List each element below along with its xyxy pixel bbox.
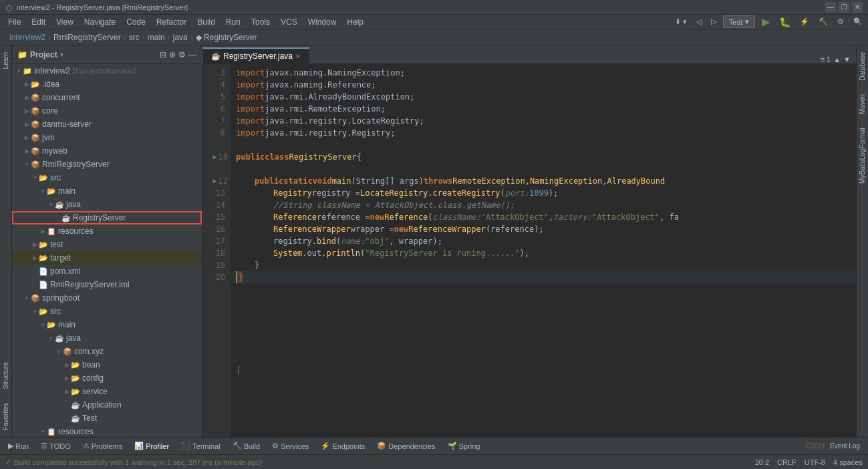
menu-tools[interactable]: Tools xyxy=(246,16,275,28)
tree-item-src2[interactable]: ▾ 📂 src xyxy=(12,305,202,318)
tree-item-java2[interactable]: ▾ ☕ java xyxy=(12,331,202,345)
menu-edit[interactable]: Edit xyxy=(26,16,51,28)
myweb-icon: 📦 xyxy=(31,147,40,156)
run-tab-label: Run xyxy=(15,442,29,450)
maven-tab[interactable]: Maven xyxy=(857,88,867,121)
tree-item-main[interactable]: ▾ 📂 main xyxy=(12,184,202,198)
spring-tab-icon: 🌱 xyxy=(448,442,457,450)
tree-item-concurrent[interactable]: ▶ 📦 concurrent xyxy=(12,91,202,104)
tree-item-springboot[interactable]: ▾ 📦 springboot xyxy=(12,291,202,305)
kw-static-12: static xyxy=(283,175,312,187)
tree-arrow-java: ▾ xyxy=(47,201,55,208)
tree-item-target[interactable]: ▶ 📂 target xyxy=(12,251,202,265)
sidebar-collapse-all[interactable]: ⊟ xyxy=(160,50,166,59)
tree-item-bean[interactable]: ▶ 📂 bean xyxy=(12,358,202,371)
tree-item-resources[interactable]: ▶ 📋 resources xyxy=(12,224,202,238)
breadcrumb-file[interactable]: ◆ RegistryServer xyxy=(196,33,257,42)
tab-registryserver[interactable]: ☕ RegistryServer.java ✕ xyxy=(202,47,309,63)
learn-tab[interactable]: Learn xyxy=(1,45,11,76)
code-editor[interactable]: import javax.naming.NamingException; imp… xyxy=(231,64,856,437)
bottom-tab-spring[interactable]: 🌱 Spring xyxy=(442,440,486,452)
tree-item-comxyz[interactable]: ▾ 📦 com.xyz xyxy=(12,345,202,358)
bottom-tab-endpoints[interactable]: ⚡ Endpoints xyxy=(315,440,370,452)
breadcrumb-java[interactable]: java xyxy=(173,33,188,42)
maximize-button[interactable]: ❐ xyxy=(839,2,849,13)
tree-item-service[interactable]: ▶ 📂 service xyxy=(12,385,202,398)
menu-refactor[interactable]: Refactor xyxy=(151,16,192,28)
scroll-up-btn[interactable]: ▲ xyxy=(833,55,841,63)
bottom-tab-services[interactable]: ⚙ Services xyxy=(267,440,314,452)
database-tab[interactable]: Database xyxy=(857,45,867,88)
menu-file[interactable]: File xyxy=(3,16,26,28)
menu-vcs[interactable]: VCS xyxy=(275,16,303,28)
indent-info[interactable]: 4 spaces xyxy=(833,458,863,466)
tree-item-idea[interactable]: ▶ 📂 .idea xyxy=(12,77,202,91)
line-ending[interactable]: CRLF xyxy=(777,458,797,466)
structure-tab[interactable]: Structure xyxy=(1,355,11,396)
tree-item-testclass[interactable]: ☕ Test xyxy=(12,412,202,425)
back-button[interactable]: ◁ xyxy=(694,16,704,27)
debug-button[interactable]: 🐛 xyxy=(776,15,793,29)
menu-code[interactable]: Code xyxy=(121,16,151,28)
tree-item-jvm[interactable]: ▶ 📦 jvm xyxy=(12,131,202,144)
sidebar-close[interactable]: — xyxy=(188,50,196,59)
menu-build[interactable]: Build xyxy=(192,16,221,28)
tree-item-rmi[interactable]: ▾ 📦 RmiRegistryServer xyxy=(12,158,202,171)
run-coverage-button[interactable]: ⚡ xyxy=(797,16,812,27)
build-button[interactable]: 🔨 xyxy=(816,16,831,27)
breadcrumb-src[interactable]: src xyxy=(129,33,140,42)
menu-view[interactable]: View xyxy=(51,16,79,28)
cursor-area[interactable]: | xyxy=(231,283,856,437)
bottom-tab-problems[interactable]: ⚠ Problems xyxy=(78,440,128,452)
tree-item-registryserver[interactable]: ☕ RegistryServer xyxy=(12,211,202,224)
pkg-7: java.rmi.registry.LocateRegistry; xyxy=(265,115,424,127)
tree-item-iml[interactable]: 📄 RmiRegistryServer.iml xyxy=(12,278,202,291)
tree-item-test[interactable]: ▶ 📂 test xyxy=(12,238,202,251)
tree-item-src[interactable]: ▾ 📂 src xyxy=(12,171,202,184)
menu-navigate[interactable]: Navigate xyxy=(79,16,121,28)
close-button[interactable]: ✕ xyxy=(852,2,863,13)
bottom-tab-dependencies[interactable]: 📦 Dependencies xyxy=(372,440,440,452)
mybatis-tab[interactable]: MyBatisLogFormat xyxy=(857,121,867,190)
tree-item-myweb[interactable]: ▶ 📦 myweb xyxy=(12,144,202,158)
tree-item-core[interactable]: ▶ 📦 core xyxy=(12,104,202,118)
breadcrumb-module[interactable]: RmiRegistryServer xyxy=(53,33,121,42)
tree-item-interview2[interactable]: ▾ 📁 interview2 D:\projects\interview2 xyxy=(12,64,202,77)
charset[interactable]: UTF-8 xyxy=(805,458,825,466)
tab-close-button[interactable]: ✕ xyxy=(295,53,301,60)
var-ref-15: reference = xyxy=(317,211,370,223)
tree-item-danmu[interactable]: ▶ 📦 danmu-server xyxy=(12,118,202,131)
forward-button[interactable]: ▷ xyxy=(708,16,719,27)
tree-item-application[interactable]: ☕ Application xyxy=(12,398,202,412)
favorites-tab[interactable]: Favorites xyxy=(1,396,11,437)
cursor-position[interactable]: 20:2 xyxy=(755,458,769,466)
breadcrumb-project[interactable]: interview2 xyxy=(9,33,45,42)
profiler-tab-label: Profiler xyxy=(146,442,169,450)
breadcrumb-sep-2: › xyxy=(124,33,126,42)
menu-window[interactable]: Window xyxy=(303,16,342,28)
tree-item-main2[interactable]: ▾ 📂 main xyxy=(12,318,202,331)
run-config-selector[interactable]: Test ▾ xyxy=(723,15,755,28)
search-button[interactable]: 🔍 xyxy=(851,16,865,27)
bottom-tab-build[interactable]: 🔨 Build xyxy=(227,440,265,452)
sidebar-locate-file[interactable]: ⊕ xyxy=(169,50,176,59)
tree-item-pom[interactable]: 📄 pom.xml xyxy=(12,265,202,278)
bottom-tab-todo[interactable]: ☰ TODO xyxy=(35,440,76,452)
tree-item-config[interactable]: ▶ 📂 config xyxy=(12,371,202,385)
bottom-tab-terminal[interactable]: ⬛ Terminal xyxy=(176,440,226,452)
minimize-button[interactable]: — xyxy=(825,2,836,13)
settings-button[interactable]: ⚙ xyxy=(835,16,847,27)
tree-label-concurrent: concurrent xyxy=(42,93,80,102)
scroll-down-btn[interactable]: ▼ xyxy=(843,55,851,63)
tree-item-java[interactable]: ▾ ☕ java xyxy=(12,198,202,211)
bottom-tab-run[interactable]: ▶ Run xyxy=(3,440,34,452)
breadcrumb-main[interactable]: main xyxy=(148,33,165,42)
run-button[interactable]: ▶ xyxy=(759,14,772,29)
menu-run[interactable]: Run xyxy=(221,16,246,28)
bottom-tab-profiler[interactable]: 📊 Profiler xyxy=(129,440,174,452)
sidebar-settings[interactable]: ⚙ xyxy=(178,50,186,59)
menu-help[interactable]: Help xyxy=(341,16,369,28)
vcs-update-button[interactable]: ⬇ ▾ xyxy=(672,16,690,27)
sidebar-dropdown-icon[interactable]: ▾ xyxy=(60,51,63,58)
tree-item-resources2[interactable]: ▾ 📋 resources xyxy=(12,425,202,437)
